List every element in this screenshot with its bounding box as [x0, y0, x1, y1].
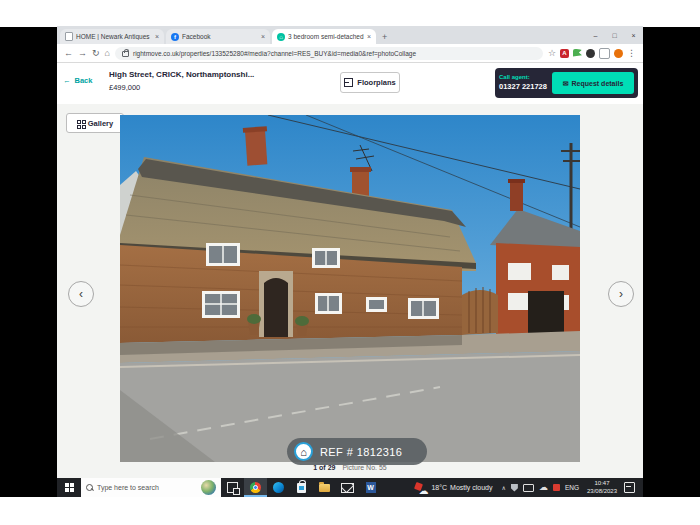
gallery-button[interactable]: Gallery	[66, 113, 124, 133]
display-icon[interactable]	[523, 484, 534, 492]
request-details-button[interactable]: ✉ Request details	[552, 72, 634, 94]
floorplan-icon	[344, 78, 353, 87]
taskbar-explorer-button[interactable]	[313, 478, 336, 497]
cloud-icon: ☁	[418, 486, 428, 496]
pin-extension-icon[interactable]	[586, 49, 595, 58]
browser-toolbar: ← → ↻ ⌂ rightmove.co.uk/properties/13352…	[57, 44, 643, 63]
ref-watermark: ⌂ REF # 1812316	[287, 438, 427, 465]
home-icon[interactable]: ⌂	[105, 49, 110, 58]
flag-extension-icon[interactable]	[573, 49, 582, 58]
close-tab-icon[interactable]: ×	[367, 33, 371, 40]
property-price: £499,000	[109, 83, 140, 92]
search-placeholder: Type here to search	[97, 484, 159, 491]
edge-icon	[273, 482, 284, 493]
window-controls: – □ ×	[586, 26, 643, 44]
address-bar[interactable]: rightmove.co.uk/properties/133525280#/me…	[115, 47, 543, 60]
onedrive-icon[interactable]: ☁	[539, 483, 548, 492]
rightmove-house-icon: ⌂	[277, 33, 285, 41]
security-shield-icon[interactable]	[511, 484, 518, 492]
weather-widget[interactable]: ☁ 18°C Mostly cloudy	[409, 482, 497, 494]
picture-number: Picture No. 55	[342, 464, 386, 471]
facebook-icon: f	[171, 33, 179, 41]
mail-icon	[341, 483, 354, 493]
system-tray: ∧ ☁ ENG	[497, 483, 583, 492]
floorplans-button[interactable]: Floorplans	[340, 72, 400, 93]
gallery-label: Gallery	[88, 119, 113, 128]
chrome-icon	[250, 482, 261, 493]
tray-expand-icon[interactable]: ∧	[501, 484, 505, 491]
taskbar-edge-button[interactable]	[267, 478, 290, 497]
action-center-icon[interactable]	[624, 482, 635, 493]
chevron-left-icon: ‹	[79, 287, 83, 301]
new-tab-icon[interactable]: +	[382, 32, 387, 42]
adobe-extension-icon[interactable]: A	[560, 49, 569, 58]
call-agent-info: Call agent: 01327 221728	[499, 74, 547, 92]
close-window-icon[interactable]: ×	[624, 32, 643, 39]
back-link[interactable]: ← Back	[63, 76, 92, 85]
ref-number: REF # 1812316	[320, 446, 402, 458]
chevron-right-icon: ›	[619, 287, 623, 301]
next-photo-button[interactable]: ›	[608, 281, 634, 307]
padlock-icon	[122, 51, 129, 57]
back-label: Back	[75, 76, 93, 85]
tab-title: Facebook	[182, 33, 258, 40]
page-extension-icon[interactable]	[599, 48, 610, 59]
search-icon	[86, 484, 93, 491]
photo-of-screen: HOME | Newark Antiques × f Facebook × ⌂ …	[0, 0, 700, 525]
restore-icon[interactable]: □	[605, 32, 624, 39]
bookmark-star-icon[interactable]: ☆	[548, 49, 556, 58]
gallery-area: Gallery	[57, 104, 643, 478]
taskbar-search-input[interactable]: Type here to search	[81, 478, 221, 497]
windows-logo-icon	[65, 483, 74, 492]
request-details-label: Request details	[572, 80, 624, 87]
weather-temperature: 18°C	[431, 484, 447, 491]
weather-description: Mostly cloudy	[450, 484, 492, 491]
call-agent-label: Call agent:	[499, 74, 547, 82]
taskbar-word-button[interactable]: W	[359, 478, 382, 497]
previous-photo-button[interactable]: ‹	[68, 281, 94, 307]
tray-app-icon[interactable]	[553, 484, 560, 491]
browser-window: HOME | Newark Antiques × f Facebook × ⌂ …	[57, 26, 643, 497]
taskbar-chrome-button[interactable]	[244, 478, 267, 497]
clock-date: 23/08/2023	[587, 488, 617, 496]
back-arrow-icon: ←	[63, 76, 71, 85]
property-title: High Street, CRICK, Northamptonshi...	[109, 70, 254, 79]
back-icon[interactable]: ←	[64, 49, 73, 58]
windows-taskbar: Type here to search W ☁ 18°C Mostly clou…	[57, 478, 643, 497]
store-icon	[297, 483, 306, 493]
taskbar-clock[interactable]: 10:47 23/08/2023	[583, 480, 621, 496]
close-tab-icon[interactable]: ×	[261, 33, 265, 40]
taskbar-right: ☁ 18°C Mostly cloudy ∧ ☁ ENG 10:47 23/08…	[409, 480, 643, 496]
house-refresh-icon: ⌂	[294, 442, 313, 461]
forward-icon[interactable]: →	[78, 49, 87, 58]
agent-phone-number[interactable]: 01327 221728	[499, 82, 547, 92]
tab-title: HOME | Newark Antiques	[76, 33, 152, 40]
url-text: rightmove.co.uk/properties/133525280#/me…	[133, 50, 416, 57]
close-tab-icon[interactable]: ×	[155, 33, 159, 40]
photo-caption: 1 of 29 Picture No. 55	[120, 464, 580, 471]
tab-newark-antiques[interactable]: HOME | Newark Antiques ×	[60, 29, 164, 44]
profile-avatar[interactable]	[614, 49, 623, 58]
folder-icon	[319, 484, 330, 492]
envelope-icon: ✉	[563, 80, 569, 87]
task-view-button[interactable]	[221, 478, 244, 497]
taskbar-mail-button[interactable]	[336, 478, 359, 497]
tab-strip: HOME | Newark Antiques × f Facebook × ⌂ …	[57, 26, 643, 44]
language-indicator[interactable]: ENG	[565, 484, 579, 491]
weather-icon: ☁	[414, 482, 428, 494]
property-header: ← Back High Street, CRICK, Northamptonsh…	[57, 63, 643, 105]
tab-title: 3 bedroom semi-detached hous...	[288, 33, 364, 40]
page-favicon-icon	[65, 32, 73, 41]
chrome-menu-icon[interactable]: ⋮	[627, 49, 636, 58]
taskbar-store-button[interactable]	[290, 478, 313, 497]
start-button[interactable]	[57, 478, 81, 497]
tab-rightmove-active[interactable]: ⌂ 3 bedroom semi-detached hous... ×	[272, 29, 376, 44]
floorplans-label: Floorplans	[357, 78, 395, 87]
cottage-illustration	[120, 115, 580, 462]
reload-icon[interactable]: ↻	[92, 49, 100, 58]
word-icon: W	[366, 482, 376, 493]
grid-icon	[77, 120, 84, 127]
tab-facebook[interactable]: f Facebook ×	[166, 29, 270, 44]
search-highlight-icon[interactable]	[201, 480, 216, 495]
minimize-icon[interactable]: –	[586, 32, 605, 39]
